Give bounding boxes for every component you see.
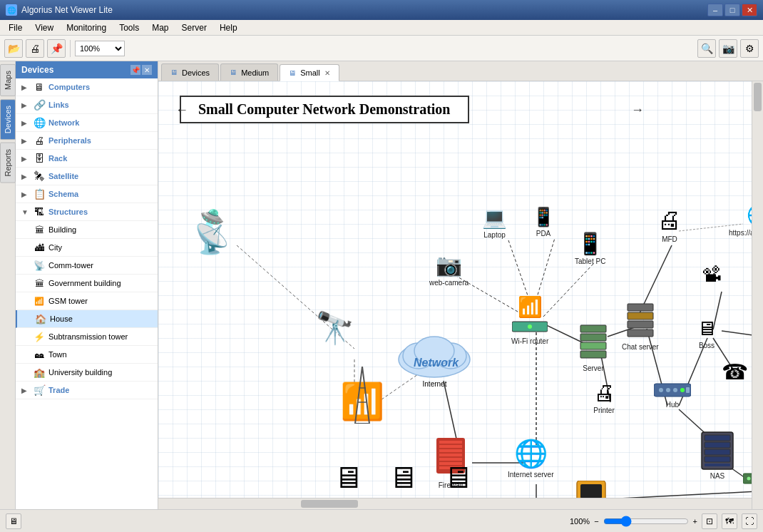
bottom-server-icons: 🖥 🖥 🖥 bbox=[333, 461, 473, 495]
gov-building-label: Government building bbox=[48, 279, 121, 287]
tree-gov-building[interactable]: Government building bbox=[16, 275, 158, 292]
side-tab-devices[interactable]: Devices bbox=[0, 99, 16, 140]
bottom-server-1[interactable]: 🖥 bbox=[333, 461, 363, 495]
tree-schema[interactable]: ▶ 📋 Schema bbox=[16, 185, 158, 203]
toolbar: 📂 🖨 📌 100% 50% 75% 125% 150% 🔍 📷 ⚙ bbox=[0, 36, 763, 61]
tree-links[interactable]: ▶ 🔗 Links bbox=[16, 96, 158, 114]
menu-view[interactable]: View bbox=[29, 21, 59, 34]
node-gsm-tower[interactable]: 📶 bbox=[340, 381, 384, 422]
close-button[interactable]: ✕ bbox=[742, 4, 757, 16]
hub-svg bbox=[654, 381, 691, 399]
map-view-btn[interactable]: 🗺 bbox=[722, 513, 737, 529]
node-printer[interactable]: 🖨 Printer bbox=[593, 381, 615, 414]
status-new-btn[interactable]: 🖥 bbox=[6, 513, 21, 529]
panel-close-button[interactable]: ✕ bbox=[142, 65, 152, 75]
tree-trade[interactable]: ▶ 🛒 Trade bbox=[16, 382, 158, 399]
diagram-title-box: Small Computer Network Demonstration bbox=[180, 96, 469, 123]
scroll-thumb-v[interactable] bbox=[754, 83, 762, 111]
tree-subtrans[interactable]: Subtransmission tower bbox=[16, 328, 158, 346]
side-tab-reports[interactable]: Reports bbox=[0, 143, 16, 183]
tab-small[interactable]: 🖥 Small ✕ bbox=[280, 64, 339, 81]
open-button[interactable]: 📂 bbox=[4, 39, 23, 58]
zoom-minus-icon[interactable]: − bbox=[594, 517, 598, 526]
tab-medium[interactable]: 🖥 Medium bbox=[220, 63, 278, 81]
print-button[interactable]: 🖨 bbox=[26, 39, 44, 58]
canvas-tabs: 🖥 Devices 🖥 Medium 🖥 Small ✕ bbox=[158, 61, 763, 81]
tree-house[interactable]: House bbox=[16, 310, 158, 328]
side-tab-maps[interactable]: Maps bbox=[0, 64, 16, 96]
tree-network[interactable]: ▶ 🌐 Network bbox=[16, 114, 158, 132]
maximize-button[interactable]: □ bbox=[724, 4, 740, 16]
svg-point-51 bbox=[528, 324, 532, 329]
nas-svg bbox=[700, 431, 734, 471]
tab-small-close[interactable]: ✕ bbox=[324, 69, 330, 77]
tree-rack[interactable]: ▶ 🗄 Rack bbox=[16, 150, 158, 168]
server-label: Server bbox=[583, 364, 603, 372]
town-icon bbox=[33, 348, 46, 361]
tab-medium-label: Medium bbox=[241, 68, 269, 77]
scroll-thumb-h[interactable] bbox=[301, 500, 358, 508]
node-chat-server[interactable]: Chat server bbox=[622, 302, 659, 351]
wifi-router-label: Wi-Fi router bbox=[511, 337, 548, 345]
tree-gsm-tower[interactable]: GSM tower bbox=[16, 292, 158, 310]
expand-trade-icon: ▶ bbox=[21, 387, 30, 394]
node-projector[interactable]: 📽 bbox=[702, 263, 722, 287]
fit-view-btn[interactable]: ⊡ bbox=[702, 513, 717, 529]
tab-devices[interactable]: 🖥 Devices bbox=[161, 63, 219, 81]
tree-building[interactable]: Building bbox=[16, 221, 158, 239]
node-mfd[interactable]: 🖨 MFD bbox=[657, 206, 682, 243]
node-dish[interactable]: 🔭 bbox=[315, 310, 354, 347]
search-button[interactable]: 🔍 bbox=[697, 39, 716, 58]
menu-monitoring[interactable]: Monitoring bbox=[61, 21, 112, 34]
peripherals-label: Peripherals bbox=[48, 136, 91, 145]
structures-icon: 🏗 bbox=[33, 205, 46, 218]
node-phone[interactable]: ☎ bbox=[722, 359, 748, 384]
minimize-button[interactable]: – bbox=[707, 4, 723, 16]
zoom-slider[interactable] bbox=[603, 516, 689, 527]
camera-button[interactable]: 📷 bbox=[719, 39, 737, 58]
satellite-icon: 🛰 bbox=[33, 170, 46, 183]
node-internet-server[interactable]: 🌐 Internet server bbox=[508, 438, 553, 479]
pin-button[interactable]: 📌 bbox=[47, 39, 66, 58]
zoom-select[interactable]: 100% 50% 75% 125% 150% bbox=[75, 41, 125, 56]
wifi-router-icon: 📶 bbox=[518, 295, 543, 319]
zoom-plus-icon[interactable]: + bbox=[693, 517, 697, 526]
node-webcam[interactable]: 📷 web-camera bbox=[429, 252, 468, 287]
menu-file[interactable]: File bbox=[3, 21, 28, 34]
node-boss[interactable]: 🖥 Boss bbox=[697, 317, 717, 349]
cloud-svg: Network bbox=[394, 331, 476, 381]
menu-tools[interactable]: Tools bbox=[113, 21, 145, 34]
canvas-scroll-v[interactable] bbox=[752, 81, 763, 509]
settings-button[interactable]: ⚙ bbox=[740, 39, 759, 58]
tree-structures[interactable]: ▼ 🏗 Structures bbox=[16, 203, 158, 221]
menu-help[interactable]: Help bbox=[214, 21, 243, 34]
node-wifi-router[interactable]: 📶 Wi-Fi router bbox=[511, 295, 548, 345]
canvas-wrapper[interactable]: Small Computer Network Demonstration ← →… bbox=[158, 81, 763, 509]
tree-univ-building[interactable]: University building bbox=[16, 364, 158, 382]
node-hub[interactable]: Hub bbox=[654, 381, 691, 409]
bottom-server-3[interactable]: 🖥 bbox=[443, 461, 473, 495]
title-arrow-left: ← bbox=[175, 103, 188, 118]
tree-city[interactable]: City bbox=[16, 239, 158, 257]
svg-rect-73 bbox=[705, 442, 730, 448]
menu-map[interactable]: Map bbox=[146, 21, 174, 34]
tree-peripherals[interactable]: ▶ 🖨 Peripherals bbox=[16, 132, 158, 150]
node-pda[interactable]: 📱 PDA bbox=[532, 206, 555, 237]
node-laptop[interactable]: 💻 Laptop bbox=[482, 206, 507, 239]
fullscreen-btn[interactable]: ⛶ bbox=[742, 513, 757, 529]
bottom-server-2[interactable]: 🖥 bbox=[388, 461, 418, 495]
tree-town[interactable]: Town bbox=[16, 346, 158, 364]
menu-server[interactable]: Server bbox=[176, 21, 212, 34]
node-nas[interactable]: NAS bbox=[700, 431, 734, 480]
node-satellite[interactable]: 🛸 📡 bbox=[194, 210, 230, 256]
tree-satellite[interactable]: ▶ 🛰 Satellite bbox=[16, 168, 158, 185]
zoom-level: 100% bbox=[570, 517, 590, 526]
panel-pin-button[interactable]: 📌 bbox=[130, 65, 140, 75]
node-server[interactable]: Server bbox=[579, 324, 608, 372]
node-network-cloud[interactable]: Network Internet bbox=[394, 331, 476, 388]
app-title: Algorius Net Viewer Lite bbox=[21, 5, 703, 15]
canvas-scroll-h[interactable] bbox=[158, 498, 752, 509]
node-tablet[interactable]: 📱 Tablet PC bbox=[575, 231, 605, 265]
tree-computers[interactable]: ▶ 🖥 Computers bbox=[16, 78, 158, 96]
tree-comm-tower[interactable]: Comm-tower bbox=[16, 257, 158, 275]
